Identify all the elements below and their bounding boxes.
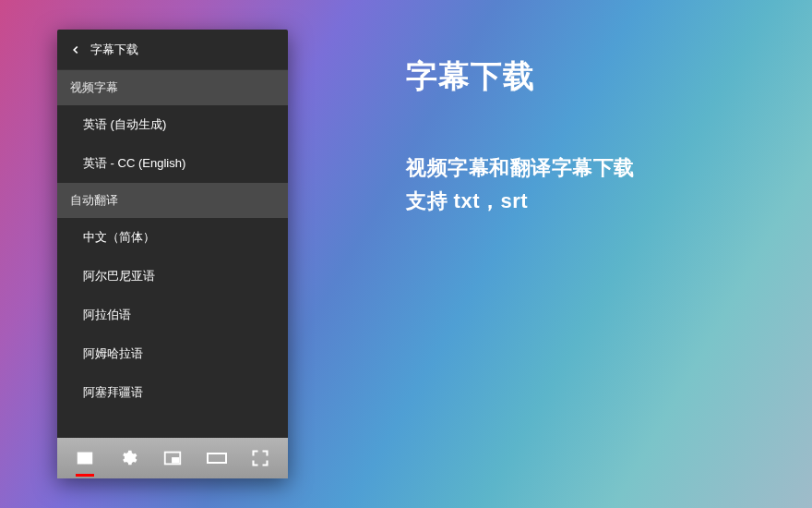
svg-rect-1: [173, 458, 178, 463]
panel-title: 字幕下载: [90, 42, 138, 58]
subtitle-option[interactable]: 阿拉伯语: [57, 296, 288, 334]
settings-icon[interactable]: [113, 443, 143, 473]
promo-copy: 字幕下载 视频字幕和翻译字幕下载 支持 txt，srt: [406, 55, 775, 219]
promo-title: 字幕下载: [406, 55, 775, 98]
subtitle-option[interactable]: 英语 (自动生成): [57, 105, 288, 144]
subtitle-option[interactable]: 阿塞拜疆语: [57, 373, 288, 412]
subtitles-icon[interactable]: [70, 443, 100, 473]
chevron-left-icon[interactable]: [63, 37, 89, 63]
promo-description: 视频字幕和翻译字幕下载 支持 txt，srt: [406, 151, 775, 219]
subtitle-option[interactable]: 阿尔巴尼亚语: [57, 257, 288, 296]
svg-rect-2: [208, 454, 226, 463]
section-header-auto-translate: 自动翻译: [57, 183, 288, 218]
promo-line: 视频字幕和翻译字幕下载: [406, 151, 775, 185]
theater-icon[interactable]: [202, 443, 232, 473]
subtitle-option[interactable]: 中文（简体）: [57, 218, 288, 257]
promo-line: 支持 txt，srt: [406, 185, 775, 218]
fullscreen-icon[interactable]: [245, 443, 275, 473]
section-header-video-subtitles: 视频字幕: [57, 70, 288, 105]
miniplayer-icon[interactable]: [158, 443, 187, 473]
subtitle-download-panel: 字幕下载 视频字幕 英语 (自动生成) 英语 - CC (English) 自动…: [57, 30, 288, 478]
subtitle-option[interactable]: 阿姆哈拉语: [57, 334, 288, 373]
subtitle-option[interactable]: 英语 - CC (English): [57, 144, 288, 183]
panel-header[interactable]: 字幕下载: [57, 30, 288, 70]
panel-body: 视频字幕 英语 (自动生成) 英语 - CC (English) 自动翻译 中文…: [57, 70, 288, 438]
player-controls-bar: [57, 438, 288, 478]
